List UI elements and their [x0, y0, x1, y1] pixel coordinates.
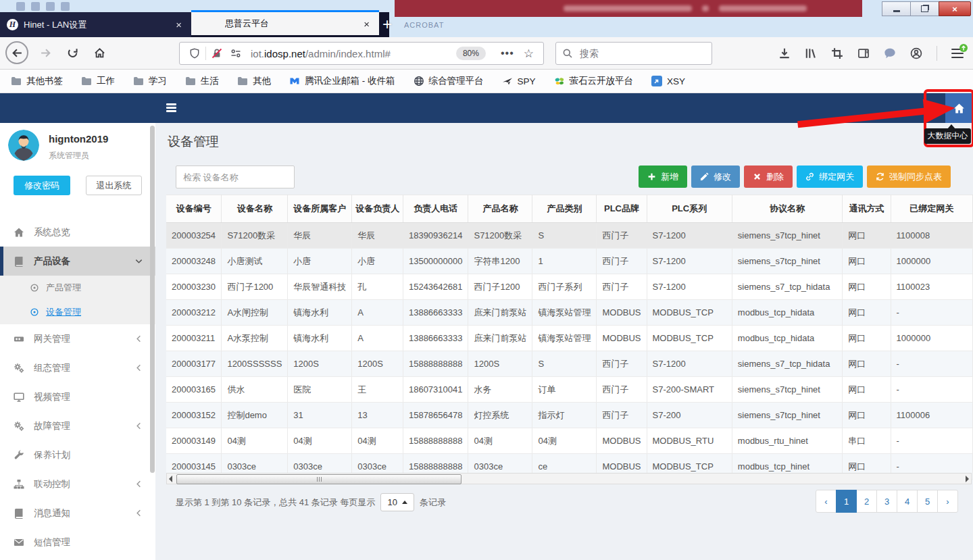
tab-hinet[interactable]: H Hinet - LAN设置 × — [0, 12, 191, 37]
page-5[interactable]: 5 — [917, 490, 938, 513]
insecure-lock-icon[interactable] — [211, 48, 222, 59]
new-tab-button[interactable]: + — [382, 15, 392, 34]
table-cell: - — [891, 300, 972, 326]
tab-sipu-cloud[interactable]: 思普云平台 × — [191, 10, 379, 35]
sidebar-item-故障管理[interactable]: 故障管理 — [0, 411, 155, 440]
menu-icon[interactable] — [951, 49, 964, 58]
sidebar-item-网关管理[interactable]: 网关管理 — [0, 324, 155, 353]
bookmark-item[interactable]: 工作 — [81, 75, 115, 87]
page-4[interactable]: 4 — [897, 490, 918, 513]
page-next[interactable]: › — [937, 490, 958, 513]
permissions-icon[interactable] — [230, 48, 241, 59]
bookmark-item[interactable]: 生活 — [185, 75, 219, 87]
sidebar-subitem-设备管理[interactable]: 设备管理 — [0, 300, 155, 324]
sidebar-item-系统总览[interactable]: 系统总览 — [0, 218, 155, 247]
messages-icon[interactable] — [884, 47, 896, 59]
page-1[interactable]: 1 — [836, 490, 857, 513]
back-button[interactable] — [5, 41, 28, 64]
page-size-dropdown[interactable]: 10 — [380, 493, 414, 511]
search-input[interactable] — [578, 47, 689, 59]
bookmark-item[interactable]: SPY — [502, 76, 536, 86]
shield-icon[interactable] — [189, 48, 200, 59]
column-header[interactable]: 产品名称 — [468, 195, 532, 223]
logout-button[interactable]: 退出系统 — [86, 176, 142, 195]
action-button-新增[interactable]: 新增 — [639, 166, 687, 188]
column-header[interactable]: 负责人电话 — [403, 195, 468, 223]
bookmark-item[interactable]: 萤石云开放平台 — [554, 75, 634, 87]
table-row[interactable]: 200003165供水医院王18607310041水务订单西门子S7-200-S… — [166, 377, 973, 403]
bookmark-item[interactable]: 学习 — [133, 75, 167, 87]
table-row[interactable]: 200003230西门子1200华辰智通科技孔15243642681西门子120… — [166, 274, 973, 300]
scrollbar-thumb[interactable] — [176, 474, 461, 484]
table-row[interactable]: 200003254S71200数采华辰华辰18390936214S71200数采… — [166, 223, 973, 249]
page-3[interactable]: 3 — [876, 490, 897, 513]
download-icon[interactable] — [778, 47, 791, 59]
column-header[interactable]: 协议名称 — [732, 195, 842, 223]
minimize-button[interactable] — [882, 1, 911, 16]
column-header[interactable]: 已绑定网关 — [891, 195, 972, 223]
sidebar-item-消息通知[interactable]: 消息通知 — [0, 499, 155, 528]
table-cell: 1200S — [288, 351, 352, 377]
forward-button[interactable] — [34, 41, 57, 64]
action-button-删除[interactable]: 删除 — [744, 166, 793, 188]
table-row[interactable]: 200003248小唐测试小唐小唐13500000000字符串12001西门子S… — [166, 249, 973, 274]
action-button-强制同步点表[interactable]: 强制同步点表 — [867, 166, 951, 188]
close-window-button[interactable]: × — [939, 1, 971, 16]
sidebar-item-产品设备[interactable]: 产品设备 — [0, 247, 155, 276]
sidebar-toggle-icon[interactable] — [857, 47, 870, 59]
sidebar-item-视频管理[interactable]: 视频管理 — [0, 382, 155, 411]
scroll-right-icon[interactable] — [966, 476, 969, 482]
column-header[interactable]: PLC系列 — [647, 195, 732, 223]
library-icon[interactable] — [805, 47, 817, 59]
reload-button[interactable] — [61, 41, 84, 64]
bookmark-star-icon[interactable]: ☆ — [524, 47, 534, 61]
close-tab-icon[interactable]: × — [173, 19, 184, 30]
sidebar-subitem-产品管理[interactable]: 产品管理 — [0, 276, 155, 300]
sidebar-collapse-icon[interactable] — [166, 103, 176, 112]
column-header[interactable]: 设备所属客户 — [288, 195, 352, 223]
action-button-修改[interactable]: 修改 — [691, 166, 740, 188]
table-row[interactable]: 200003212A水闸控制镇海水利A13886663333庶来门前泵站镇海泵站… — [166, 300, 973, 326]
column-header[interactable]: 通讯方式 — [843, 195, 891, 223]
table-row[interactable]: 2000031771200SSSSSS1200S1200S15888888888… — [166, 351, 973, 377]
page-actions-icon[interactable]: ••• — [501, 47, 514, 59]
sidebar-item-组态管理[interactable]: 组态管理 — [0, 353, 155, 382]
table-cell: S7-1200 — [647, 223, 732, 249]
page-2[interactable]: 2 — [856, 490, 877, 513]
table-row[interactable]: 200003211A水泵控制镇海水利A13886663333庶来门前泵站镇海泵站… — [166, 326, 973, 351]
sidebar-item-保养计划[interactable]: 保养计划 — [0, 440, 155, 469]
bookmark-item[interactable]: 腾讯企业邮箱 - 收件箱 — [289, 75, 395, 87]
sidebar-item-联动控制[interactable]: 联动控制 — [0, 469, 155, 499]
zoom-level-badge[interactable]: 80% — [456, 47, 486, 60]
bookmark-item[interactable]: 其他 — [237, 75, 271, 87]
restore-button[interactable] — [910, 1, 939, 16]
browser-search[interactable] — [555, 42, 712, 65]
home-button[interactable] — [88, 41, 111, 64]
bookmark-item[interactable]: XSY — [651, 76, 685, 86]
avatar[interactable] — [8, 130, 39, 161]
bookmark-item[interactable]: 综合管理平台 — [414, 75, 484, 87]
bookmark-item[interactable]: 其他书签 — [11, 75, 63, 87]
url-bar[interactable]: iot.idosp.net/admin/index.html# 80% ••• … — [179, 42, 544, 65]
column-header[interactable]: 产品类别 — [532, 195, 597, 223]
account-icon[interactable] — [910, 47, 922, 59]
change-password-button[interactable]: 修改密码 — [14, 176, 70, 195]
column-header[interactable]: 设备编号 — [166, 195, 222, 223]
column-header[interactable]: 设备名称 — [222, 195, 288, 223]
column-header[interactable]: 设备负责人 — [352, 195, 403, 223]
action-label: 绑定网关 — [819, 171, 854, 183]
table-cell: 04测 — [532, 428, 597, 454]
horizontal-scrollbar[interactable] — [166, 473, 972, 484]
sidebar-scrollbar[interactable] — [150, 126, 155, 473]
action-button-绑定网关[interactable]: 绑定网关 — [797, 166, 863, 188]
table-row[interactable]: 20000314904测04测04测1588888888804测04测MODBU… — [166, 428, 973, 454]
table-cell: 镇海水利 — [288, 300, 352, 326]
table-row[interactable]: 200003152控制demo311315878656478灯控系统指示灯西门子… — [166, 403, 973, 428]
page-prev[interactable]: ‹ — [816, 490, 837, 513]
sidebar-item-短信管理[interactable]: 短信管理 — [0, 528, 155, 557]
device-search-input[interactable] — [176, 166, 295, 188]
close-tab-icon[interactable]: × — [361, 18, 372, 30]
scroll-left-icon[interactable] — [169, 476, 172, 482]
column-header[interactable]: PLC品牌 — [597, 195, 647, 223]
screenshot-icon[interactable] — [831, 47, 843, 59]
